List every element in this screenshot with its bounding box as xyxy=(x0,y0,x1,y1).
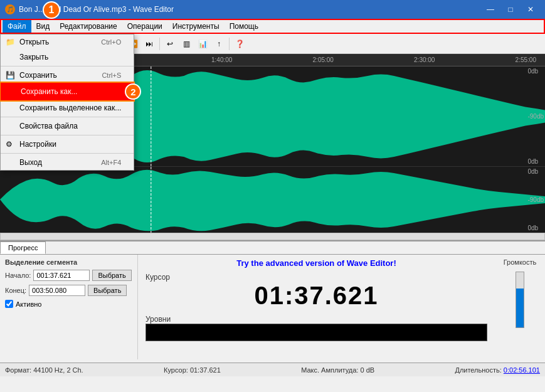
settings-icon: ⚙ xyxy=(6,140,13,149)
menu-save[interactable]: 💾 Сохранить Ctrl+S xyxy=(1,68,134,83)
menu-item-view[interactable]: Вид xyxy=(31,20,55,33)
normalize-btn[interactable]: ↑ xyxy=(211,36,226,51)
timeline-mark-3: 1:40:00 xyxy=(211,56,232,63)
close-button[interactable]: ✕ xyxy=(521,3,540,16)
separator4 xyxy=(229,38,230,50)
step2-indicator: 2 xyxy=(125,83,141,100)
timeline-mark-4: 2:05:00 xyxy=(313,56,334,63)
tab-progress[interactable]: Прогресс xyxy=(0,241,46,254)
save-label: Сохранить xyxy=(19,71,57,80)
start-select-btn[interactable]: Выбрать xyxy=(92,270,131,281)
separator3 xyxy=(159,38,160,50)
active-label: Активно xyxy=(16,300,42,308)
menu-item-file[interactable]: Файл xyxy=(3,20,31,33)
promo-text: Try the advanced version of Wave Editor! xyxy=(146,258,487,268)
menu-open[interactable]: 📁 Открыть Ctrl+O xyxy=(1,34,134,50)
save-shortcut: Ctrl+S xyxy=(102,72,121,79)
savesel-label: Сохранить выделенное как... xyxy=(19,103,121,112)
menu-savesel[interactable]: Сохранить выделенное как... xyxy=(1,100,134,115)
undo-btn[interactable]: ↩ xyxy=(162,36,177,51)
waveform-bottom-svg xyxy=(0,167,545,233)
end-select-btn[interactable]: Выбрать xyxy=(88,285,127,296)
end-row: Конец: Выбрать xyxy=(5,285,132,296)
volume-slider-container xyxy=(516,268,524,331)
levels-label: Уровни xyxy=(146,315,171,324)
levels-bar xyxy=(146,324,487,341)
end-input[interactable] xyxy=(29,285,85,296)
menu-saveas[interactable]: Сохранить как... 2 xyxy=(1,83,134,100)
menu-close[interactable]: Закрыть xyxy=(1,50,134,65)
save-icon: 💾 xyxy=(6,71,15,80)
bottom-panel: Прогресс Выделение сегмента Начало: Выбр… xyxy=(0,240,545,363)
redo-btn[interactable]: ▥ xyxy=(179,36,194,51)
menu-item-tools[interactable]: Инструменты xyxy=(167,20,225,33)
volume-track[interactable] xyxy=(516,272,524,328)
bottom-content: Выделение сегмента Начало: Выбрать Конец… xyxy=(0,255,545,359)
menu-sep4 xyxy=(1,153,134,154)
menu-exit[interactable]: Выход Alt+F4 xyxy=(1,155,134,170)
file-menu-dropdown: 📁 Открыть Ctrl+O Закрыть 💾 Сохранить Ctr… xyxy=(0,34,134,171)
exit-shortcut: Alt+F4 xyxy=(101,159,121,166)
close-label: Закрыть xyxy=(19,53,48,61)
help-btn[interactable]: ❓ xyxy=(232,36,247,51)
open-shortcut: Ctrl+O xyxy=(101,38,121,46)
segment-section: Выделение сегмента Начало: Выбрать Конец… xyxy=(0,255,138,359)
active-row: Активно xyxy=(5,300,132,308)
horizontal-scrollbar[interactable] xyxy=(0,233,545,240)
props-label: Свойства файла xyxy=(19,122,78,130)
menu-item-operations[interactable]: Операции xyxy=(122,20,167,33)
volume-section: Громкость xyxy=(495,255,545,359)
menu-settings[interactable]: ⚙ Настройки xyxy=(1,137,134,152)
menu-sep3 xyxy=(1,135,134,135)
status-format: Формат: 44100 Hz, 2 Ch. xyxy=(5,366,83,374)
status-cursor: Курсор: 01:37.621 xyxy=(164,366,221,374)
open-icon: 📁 xyxy=(6,38,15,46)
eq-btn[interactable]: 📊 xyxy=(195,36,210,51)
menu-sep2 xyxy=(1,117,134,117)
volume-fill xyxy=(516,289,524,327)
menu-item-help[interactable]: Помощь xyxy=(225,20,263,33)
minimize-button[interactable]: — xyxy=(481,3,500,16)
saveas-label: Сохранить как... xyxy=(21,87,77,96)
settings-label: Настройки xyxy=(19,140,56,149)
menu-item-edit[interactable]: Редактирование xyxy=(55,20,122,33)
bottom-tabs: Прогресс xyxy=(0,241,545,255)
maximize-button[interactable]: □ xyxy=(501,3,520,16)
status-bar: Формат: 44100 Hz, 2 Ch. Курсор: 01:37.62… xyxy=(0,363,545,376)
segment-title: Выделение сегмента xyxy=(5,258,132,266)
waveform-bottom[interactable]: 0db -90db 0db xyxy=(0,167,545,233)
timeline-mark-6: 2:55:00 xyxy=(516,56,536,63)
file-menu-list: 📁 Открыть Ctrl+O Закрыть 💾 Сохранить Ctr… xyxy=(0,34,134,171)
menu-sep1 xyxy=(1,66,134,66)
time-display: 01:37.621 xyxy=(146,282,487,310)
step1-indicator: 1 xyxy=(43,1,60,19)
window-controls: — □ ✕ xyxy=(481,3,540,16)
title-bar: 🎵 Bon J... nted Dead Or Alive.mp3 - Wave… xyxy=(0,0,545,19)
status-duration: Длительность: 0:02:56.101 xyxy=(455,366,540,374)
open-label: Открыть xyxy=(19,38,49,46)
app-icon: 🎵 xyxy=(5,4,15,14)
active-checkbox[interactable] xyxy=(5,300,13,308)
skip-end-btn[interactable]: ⏭ xyxy=(142,36,157,51)
status-amplitude: Макс. Амплитуда: 0 dB xyxy=(301,366,374,374)
end-label: Конец: xyxy=(5,287,26,294)
start-row: Начало: Выбрать xyxy=(5,270,132,281)
volume-label: Громкость xyxy=(504,258,536,266)
timeline-mark-5: 2:30:00 xyxy=(414,56,435,63)
exit-label: Выход xyxy=(19,158,42,167)
cursor-section: Try the advanced version of Wave Editor!… xyxy=(138,255,495,359)
start-label: Начало: xyxy=(5,272,31,279)
menu-bar: Файл Вид Редактирование Операции Инструм… xyxy=(0,19,545,34)
status-duration-link[interactable]: 0:02:56.101 xyxy=(504,366,540,374)
menu-props[interactable]: Свойства файла xyxy=(1,119,134,134)
cursor-label: Курсор xyxy=(146,273,170,282)
start-input[interactable] xyxy=(33,270,90,281)
